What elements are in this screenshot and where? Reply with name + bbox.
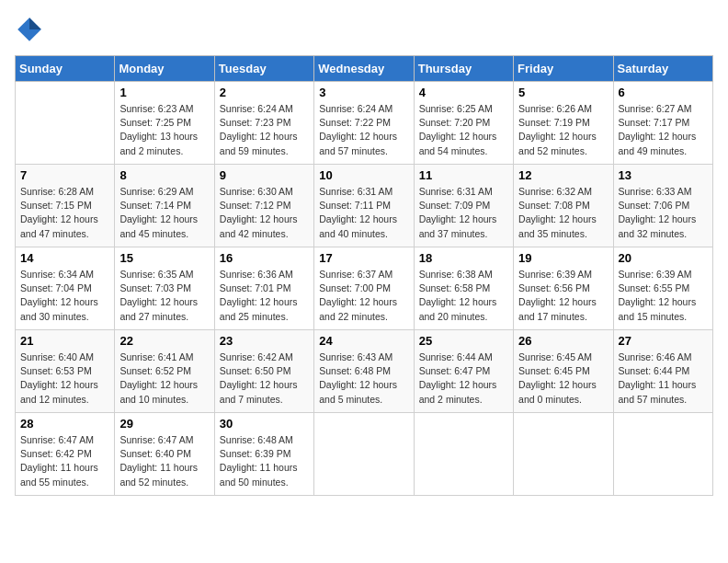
calendar-cell: 29Sunrise: 6:47 AM Sunset: 6:40 PM Dayli… xyxy=(115,413,214,496)
cell-info: Sunrise: 6:35 AM Sunset: 7:03 PM Dayligh… xyxy=(119,268,209,324)
calendar-cell: 22Sunrise: 6:41 AM Sunset: 6:52 PM Dayli… xyxy=(115,330,214,413)
cell-info: Sunrise: 6:45 AM Sunset: 6:45 PM Dayligh… xyxy=(518,350,608,407)
day-number: 30 xyxy=(220,417,309,431)
cell-info: Sunrise: 6:37 AM Sunset: 7:00 PM Dayligh… xyxy=(319,268,408,324)
day-number: 29 xyxy=(119,417,209,431)
calendar-cell xyxy=(16,82,115,165)
calendar-cell: 2Sunrise: 6:24 AM Sunset: 7:23 PM Daylig… xyxy=(214,82,313,165)
cell-info: Sunrise: 6:46 AM Sunset: 6:44 PM Dayligh… xyxy=(619,350,708,407)
cell-info: Sunrise: 6:28 AM Sunset: 7:15 PM Dayligh… xyxy=(20,185,109,241)
day-number: 7 xyxy=(20,168,109,182)
day-number: 15 xyxy=(119,251,209,265)
col-header-thursday: Thursday xyxy=(414,56,513,82)
day-number: 28 xyxy=(20,417,109,431)
calendar-cell: 3Sunrise: 6:24 AM Sunset: 7:22 PM Daylig… xyxy=(314,82,414,165)
cell-info: Sunrise: 6:34 AM Sunset: 7:04 PM Dayligh… xyxy=(20,268,109,324)
day-number: 4 xyxy=(419,86,508,99)
cell-info: Sunrise: 6:30 AM Sunset: 7:12 PM Dayligh… xyxy=(220,185,309,241)
day-number: 26 xyxy=(518,334,608,348)
cell-info: Sunrise: 6:41 AM Sunset: 6:52 PM Dayligh… xyxy=(119,350,209,407)
calendar-cell: 19Sunrise: 6:39 AM Sunset: 6:56 PM Dayli… xyxy=(514,247,613,330)
col-header-sunday: Sunday xyxy=(16,56,115,82)
calendar-cell xyxy=(613,413,712,496)
calendar-cell: 10Sunrise: 6:31 AM Sunset: 7:11 PM Dayli… xyxy=(314,165,414,247)
cell-info: Sunrise: 6:31 AM Sunset: 7:09 PM Dayligh… xyxy=(419,185,508,241)
calendar-cell xyxy=(414,413,513,496)
cell-info: Sunrise: 6:42 AM Sunset: 6:50 PM Dayligh… xyxy=(220,350,309,407)
day-number: 21 xyxy=(20,334,109,348)
calendar-cell: 24Sunrise: 6:43 AM Sunset: 6:48 PM Dayli… xyxy=(314,330,414,413)
col-header-tuesday: Tuesday xyxy=(214,56,313,82)
calendar-cell: 28Sunrise: 6:47 AM Sunset: 6:42 PM Dayli… xyxy=(16,413,115,496)
calendar-cell: 30Sunrise: 6:48 AM Sunset: 6:39 PM Dayli… xyxy=(214,413,313,496)
calendar-cell: 18Sunrise: 6:38 AM Sunset: 6:58 PM Dayli… xyxy=(414,247,513,330)
day-number: 12 xyxy=(518,168,608,182)
day-number: 22 xyxy=(119,334,209,348)
calendar-cell: 27Sunrise: 6:46 AM Sunset: 6:44 PM Dayli… xyxy=(613,330,712,413)
day-number: 24 xyxy=(319,334,408,348)
col-header-saturday: Saturday xyxy=(613,56,712,82)
cell-info: Sunrise: 6:48 AM Sunset: 6:39 PM Dayligh… xyxy=(220,433,309,489)
day-number: 8 xyxy=(119,168,209,182)
calendar-cell: 20Sunrise: 6:39 AM Sunset: 6:55 PM Dayli… xyxy=(613,247,712,330)
cell-info: Sunrise: 6:43 AM Sunset: 6:48 PM Dayligh… xyxy=(319,350,408,407)
cell-info: Sunrise: 6:24 AM Sunset: 7:23 PM Dayligh… xyxy=(220,102,309,158)
day-number: 1 xyxy=(119,86,209,99)
cell-info: Sunrise: 6:39 AM Sunset: 6:55 PM Dayligh… xyxy=(619,268,708,324)
day-number: 2 xyxy=(220,86,309,99)
cell-info: Sunrise: 6:29 AM Sunset: 7:14 PM Dayligh… xyxy=(119,185,209,241)
logo xyxy=(15,15,50,44)
calendar-cell: 11Sunrise: 6:31 AM Sunset: 7:09 PM Dayli… xyxy=(414,165,513,247)
calendar-cell: 26Sunrise: 6:45 AM Sunset: 6:45 PM Dayli… xyxy=(514,330,613,413)
cell-info: Sunrise: 6:23 AM Sunset: 7:25 PM Dayligh… xyxy=(119,102,209,158)
day-number: 3 xyxy=(319,86,408,99)
calendar-cell: 16Sunrise: 6:36 AM Sunset: 7:01 PM Dayli… xyxy=(214,247,313,330)
calendar-cell: 25Sunrise: 6:44 AM Sunset: 6:47 PM Dayli… xyxy=(414,330,513,413)
day-number: 20 xyxy=(619,251,708,265)
calendar-cell: 12Sunrise: 6:32 AM Sunset: 7:08 PM Dayli… xyxy=(514,165,613,247)
day-number: 5 xyxy=(518,86,608,99)
cell-info: Sunrise: 6:26 AM Sunset: 7:19 PM Dayligh… xyxy=(518,102,608,158)
svg-marker-1 xyxy=(29,17,41,29)
calendar-cell: 1Sunrise: 6:23 AM Sunset: 7:25 PM Daylig… xyxy=(115,82,214,165)
cell-info: Sunrise: 6:39 AM Sunset: 6:56 PM Dayligh… xyxy=(518,268,608,324)
page-header xyxy=(15,15,713,44)
day-number: 6 xyxy=(619,86,708,99)
calendar-table: SundayMondayTuesdayWednesdayThursdayFrid… xyxy=(15,55,713,496)
calendar-cell: 15Sunrise: 6:35 AM Sunset: 7:03 PM Dayli… xyxy=(115,247,214,330)
calendar-cell: 7Sunrise: 6:28 AM Sunset: 7:15 PM Daylig… xyxy=(16,165,115,247)
cell-info: Sunrise: 6:36 AM Sunset: 7:01 PM Dayligh… xyxy=(220,268,309,324)
day-number: 10 xyxy=(319,168,408,182)
calendar-cell: 13Sunrise: 6:33 AM Sunset: 7:06 PM Dayli… xyxy=(613,165,712,247)
cell-info: Sunrise: 6:32 AM Sunset: 7:08 PM Dayligh… xyxy=(518,185,608,241)
calendar-cell: 6Sunrise: 6:27 AM Sunset: 7:17 PM Daylig… xyxy=(613,82,712,165)
cell-info: Sunrise: 6:27 AM Sunset: 7:17 PM Dayligh… xyxy=(619,102,708,158)
cell-info: Sunrise: 6:38 AM Sunset: 6:58 PM Dayligh… xyxy=(419,268,508,324)
day-number: 17 xyxy=(319,251,408,265)
calendar-cell: 17Sunrise: 6:37 AM Sunset: 7:00 PM Dayli… xyxy=(314,247,414,330)
day-number: 23 xyxy=(220,334,309,348)
calendar-cell: 8Sunrise: 6:29 AM Sunset: 7:14 PM Daylig… xyxy=(115,165,214,247)
logo-icon xyxy=(15,15,44,44)
col-header-wednesday: Wednesday xyxy=(314,56,414,82)
calendar-cell: 23Sunrise: 6:42 AM Sunset: 6:50 PM Dayli… xyxy=(214,330,313,413)
day-number: 14 xyxy=(20,251,109,265)
cell-info: Sunrise: 6:33 AM Sunset: 7:06 PM Dayligh… xyxy=(619,185,708,241)
day-number: 11 xyxy=(419,168,508,182)
cell-info: Sunrise: 6:24 AM Sunset: 7:22 PM Dayligh… xyxy=(319,102,408,158)
cell-info: Sunrise: 6:44 AM Sunset: 6:47 PM Dayligh… xyxy=(419,350,508,407)
day-number: 27 xyxy=(619,334,708,348)
cell-info: Sunrise: 6:47 AM Sunset: 6:42 PM Dayligh… xyxy=(20,433,109,489)
cell-info: Sunrise: 6:40 AM Sunset: 6:53 PM Dayligh… xyxy=(20,350,109,407)
calendar-cell: 14Sunrise: 6:34 AM Sunset: 7:04 PM Dayli… xyxy=(16,247,115,330)
calendar-cell xyxy=(314,413,414,496)
day-number: 25 xyxy=(419,334,508,348)
col-header-friday: Friday xyxy=(514,56,613,82)
calendar-cell: 5Sunrise: 6:26 AM Sunset: 7:19 PM Daylig… xyxy=(514,82,613,165)
cell-info: Sunrise: 6:25 AM Sunset: 7:20 PM Dayligh… xyxy=(419,102,508,158)
calendar-cell: 21Sunrise: 6:40 AM Sunset: 6:53 PM Dayli… xyxy=(16,330,115,413)
col-header-monday: Monday xyxy=(115,56,214,82)
day-number: 16 xyxy=(220,251,309,265)
calendar-cell: 4Sunrise: 6:25 AM Sunset: 7:20 PM Daylig… xyxy=(414,82,513,165)
day-number: 9 xyxy=(220,168,309,182)
